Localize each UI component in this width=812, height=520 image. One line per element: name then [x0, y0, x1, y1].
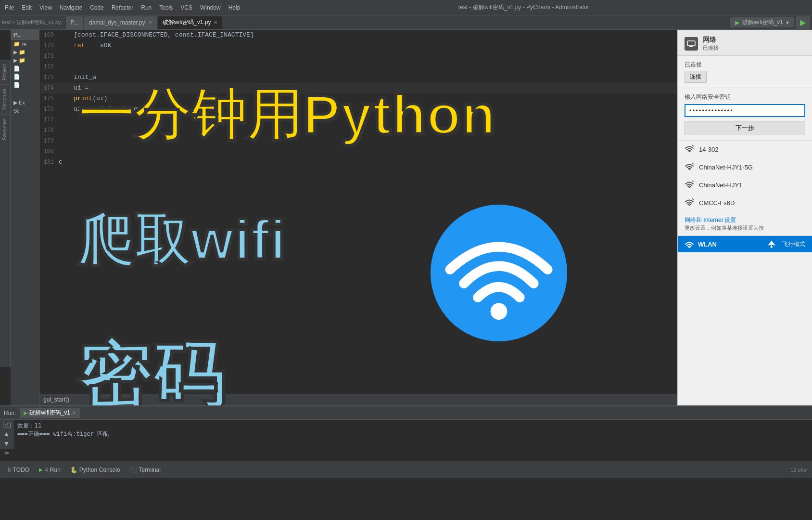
editor-bottom-bar: gui_start(): [39, 394, 677, 405]
vtab-project[interactable]: Project: [0, 60, 10, 84]
connect-label: 已连接: [685, 61, 805, 69]
airplane-icon[interactable]: [767, 240, 776, 248]
project-header: P...: [11, 30, 39, 40]
menu-run[interactable]: Run: [141, 4, 152, 11]
run-header: Run: ▶ 破解wifi密码_v1 ✕: [0, 406, 812, 420]
run-output-line1: 效量：11: [17, 422, 808, 430]
run-config-chevron: ▾: [786, 19, 789, 26]
right-panel: 网络 已连接 已连接 连接 输入网络安全密钥 下一步: [677, 30, 812, 405]
main-layout: Project Structure Favorites P... 📁 te ▶ …: [0, 30, 812, 405]
wifi-signal-0: [685, 144, 694, 154]
menu-view[interactable]: View: [39, 4, 52, 11]
terminal-label: Terminal: [139, 467, 161, 473]
menu-vcs[interactable]: VCS: [180, 4, 192, 11]
run-down-button[interactable]: ▼: [3, 440, 10, 447]
run-config-selector[interactable]: ▶ 破解wifi密码_v1 ▾: [730, 17, 794, 27]
project-item-file1[interactable]: 📄: [11, 65, 39, 73]
wifi-name-1: ChinaNet-HJY1-5G: [699, 164, 753, 171]
menu-file[interactable]: File: [5, 4, 14, 11]
network-subtitle: 已连接: [703, 44, 719, 52]
run-expand-button[interactable]: ≫: [4, 450, 9, 455]
todo-num: 6: [8, 467, 11, 473]
project-item-file2[interactable]: 📄: [11, 73, 39, 81]
editor-bottom-code: gui_start(): [43, 396, 69, 403]
project-item-ext[interactable]: ▶ Ex: [11, 99, 39, 107]
code-line-172: 172: [39, 62, 677, 72]
run-panel-body: ↺ ▲ ▼ ≫ 效量：11 ===正确=== wifi名:tiger 匹配: [0, 420, 812, 449]
svg-point-11: [689, 247, 690, 248]
wifi-list: 14-302 ChinaNet-HJY1-5G: [678, 141, 812, 212]
wifi-item-0[interactable]: 14-302: [678, 141, 812, 158]
run-tab-close[interactable]: ✕: [72, 410, 76, 416]
python-console-label: Python Console: [79, 467, 120, 473]
run-up-button[interactable]: ▲: [3, 430, 10, 438]
wlan-bar: WLAN 飞行模式: [678, 236, 812, 252]
menu-help[interactable]: Help: [228, 4, 241, 11]
run-button[interactable]: ▶: [796, 16, 810, 29]
password-label: 输入网络安全密钥: [685, 93, 805, 101]
code-line-175: 175 print(ui): [39, 93, 677, 104]
editor-area[interactable]: 169 [const.IFACE_DISCONNECTED, const.IFA…: [39, 30, 677, 405]
run-tab-label: 破解wifi密码_v1: [29, 409, 70, 417]
menu-navigate[interactable]: Navigate: [60, 4, 82, 11]
run-config-label: 破解wifi密码_v1: [742, 18, 783, 26]
code-line-171: 171: [39, 51, 677, 62]
wifi-item-2[interactable]: ChinaNet-HJY1: [678, 176, 812, 194]
folder-icon: 📁: [13, 41, 20, 47]
code-line-176: 176 ui.set_init_window(): [39, 104, 677, 115]
tab-damai-label: damai_dys_master.py: [89, 19, 145, 26]
run-tab-wifi[interactable]: ▶ 破解wifi密码_v1 ✕: [20, 408, 80, 418]
bottom-tab-todo[interactable]: 6 TODO: [4, 465, 33, 475]
titlebar: File Edit View Navigate Code Refactor Ru…: [0, 0, 812, 15]
wifi-name-0: 14-302: [699, 146, 718, 153]
code-line-173: 173 init_w: [39, 72, 677, 83]
tab-wifi-close[interactable]: ✕: [214, 20, 217, 25]
menu-tools[interactable]: Tools: [159, 4, 173, 11]
svg-rect-2: [687, 41, 695, 46]
project-item-expand2[interactable]: ▶ 📁: [11, 56, 39, 65]
code-line-179: 179: [39, 136, 677, 146]
run-restart-button[interactable]: ↺: [3, 422, 11, 428]
tab-wifi-label: 破解wifi密码_v1.py: [163, 18, 211, 26]
wifi-item-1[interactable]: ChinaNet-HJY1-5G: [678, 158, 812, 176]
network-settings-link[interactable]: 网络和 Internet 设置: [685, 216, 805, 224]
connect-section: 已连接 连接: [678, 56, 812, 88]
password-input[interactable]: [685, 104, 805, 117]
connect-button[interactable]: 连接: [685, 71, 707, 83]
menu-edit[interactable]: Edit: [22, 4, 32, 11]
tab-damai[interactable]: damai_dys_master.py ✕: [84, 16, 157, 29]
tab-damai-close[interactable]: ✕: [148, 20, 152, 25]
project-item-sc[interactable]: Sc: [11, 107, 39, 115]
wifi-signal-1: [685, 162, 694, 172]
menu-window[interactable]: Window: [200, 4, 221, 11]
window-title: test - 破解wifi密码_v1.py - PyCharm - Admini…: [240, 3, 807, 12]
svg-point-5: [689, 169, 690, 170]
bottom-tab-run[interactable]: ▶ 4 Run: [35, 465, 64, 475]
code-line-181: 181 c: [39, 157, 677, 168]
titlebar-menu[interactable]: File Edit View Navigate Code Refactor Ru…: [5, 4, 240, 11]
next-button[interactable]: 下一步: [685, 121, 805, 135]
code-line-169: 169 [const.IFACE_DISCONNECTED, const.IFA…: [39, 30, 677, 40]
code-line-174: 174 ui =: [39, 83, 677, 93]
tab-wifi-script[interactable]: 破解wifi密码_v1.py ✕: [158, 16, 223, 29]
menu-code[interactable]: Code: [90, 4, 104, 11]
svg-line-4: [692, 145, 694, 146]
project-item-test[interactable]: 📁 te: [11, 40, 39, 48]
statusbar-info: 12 char: [790, 467, 808, 473]
menu-refactor[interactable]: Refactor: [112, 4, 133, 11]
project-item-label: te: [22, 41, 26, 47]
project-item-expand1[interactable]: ▶ 📁: [11, 48, 39, 56]
bottom-tab-python-console[interactable]: 🐍 Python Console: [66, 465, 124, 475]
wifi-item-3[interactable]: CMCC-Fs6D: [678, 194, 812, 212]
wlan-section[interactable]: WLAN: [685, 240, 717, 248]
project-item-file3[interactable]: 📄: [11, 81, 39, 89]
vtab-favorites[interactable]: Favorites: [0, 114, 10, 144]
svg-line-10: [692, 198, 694, 200]
vtab-structure[interactable]: Structure: [0, 84, 10, 114]
airplane-label: 飞行模式: [782, 240, 805, 248]
tab-project[interactable]: P...: [66, 16, 83, 29]
bottom-tab-terminal[interactable]: ⬛ Terminal: [126, 465, 165, 475]
todo-label: TODO: [13, 467, 29, 473]
tab-project-label: P...: [71, 19, 78, 26]
editor-tabbar: test > 破解wifi密码_v1.py P... damai_dys_mas…: [0, 15, 812, 30]
